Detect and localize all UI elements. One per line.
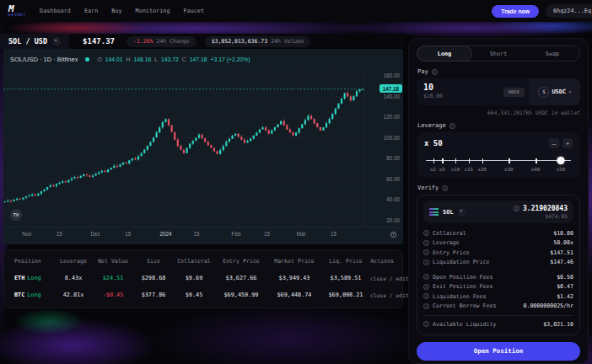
slider-mark-label: x10	[451, 167, 460, 172]
trade-now-button[interactable]: Trade now	[492, 5, 539, 18]
leverage-section-label: Leverage i	[417, 122, 580, 129]
close-label: C	[182, 56, 186, 62]
info-icon[interactable]: i	[423, 240, 429, 246]
pair-selector[interactable]: SOL / USD	[0, 34, 69, 49]
low-label: L	[154, 56, 158, 62]
nav-item-dashboard[interactable]: Dashboard	[40, 8, 71, 14]
verify-section-label: Verify i	[417, 185, 580, 191]
row-collateral: $9.69	[173, 275, 215, 281]
logo-devnet-label: DEVNET	[8, 13, 26, 18]
nav-item-buy[interactable]: Buy	[111, 8, 121, 14]
price-tick: 160.00	[384, 72, 400, 78]
close-value: 147.18	[190, 56, 207, 62]
position-side: Long	[27, 275, 40, 281]
row-leverage: 8.43x	[55, 275, 92, 281]
row-actions[interactable]: close / edit	[370, 276, 411, 281]
pair-name: SOL / USD	[8, 37, 47, 46]
slider-mark-labels: x2x5x10x15x20x30x40x50	[424, 167, 573, 174]
detail-collateral: iCollateral $10.00	[423, 228, 573, 238]
leverage-plus-button[interactable]: +	[562, 138, 573, 148]
price-tick: 100.00	[384, 135, 400, 141]
detail-leverage: iLeverage 50.00x	[423, 238, 573, 249]
nav-item-earn[interactable]: Earn	[84, 8, 98, 14]
order-type-tabs: Long Short Swap	[417, 46, 580, 62]
tab-short[interactable]: Short	[471, 46, 525, 61]
row-liq-price: $69,098.21	[321, 292, 370, 298]
open-position-button[interactable]: Open Position	[417, 342, 580, 361]
time-tick: 15	[193, 231, 199, 237]
high-value: 148.16	[133, 56, 151, 62]
price-axis[interactable]: 160.00140.00120.00100.0080.0060.0040.002…	[364, 71, 403, 226]
leverage-value[interactable]: x 50	[424, 139, 443, 147]
price-chart-panel: SOL/USD · 1D · Bitfinex O144.01 H148.16 …	[3, 49, 403, 244]
row-actions[interactable]: close / edit	[370, 292, 411, 298]
asset-name: ETH	[14, 275, 24, 281]
slider-mark-label: x20	[477, 167, 486, 172]
time-tick: 15	[57, 231, 62, 237]
wallet-address-button[interactable]: 6hqz24...Eq	[546, 4, 592, 18]
volume-24h-badge: $3,052,013,636.73 24h Volume	[205, 36, 311, 47]
info-icon[interactable]: i	[423, 260, 429, 265]
time-tick: 15	[125, 231, 131, 237]
info-icon[interactable]: i	[423, 230, 429, 236]
info-icon[interactable]: i	[423, 303, 429, 309]
col-actions: Actions	[370, 258, 396, 265]
candlestick-chart	[3, 71, 364, 226]
app-logo[interactable]: M DEVNET	[8, 4, 26, 18]
detail-liquidation-price: iLiquidation Price $147.46	[423, 258, 573, 268]
current-price-tag: 147.18	[379, 84, 402, 93]
chart-symbol-title[interactable]: SOL/USD · 1D · Bitfinex	[10, 56, 78, 63]
asset-name: BTC	[14, 292, 24, 298]
time-tick: Nov	[22, 231, 31, 237]
info-icon[interactable]: i	[423, 249, 429, 255]
leverage-slider[interactable]	[424, 156, 573, 164]
info-icon[interactable]: i	[423, 274, 429, 280]
row-net-value: -$0.45	[92, 292, 134, 298]
nav-item-monitoring[interactable]: Monitoring	[136, 8, 170, 14]
row-market-price: $69,448.74	[267, 292, 321, 298]
candlestick-plot[interactable]: TV	[3, 71, 364, 226]
max-button[interactable]: MAX	[503, 88, 525, 97]
leverage-minus-button[interactable]: –	[549, 138, 559, 148]
price-tick: 40.00	[386, 196, 400, 202]
tab-swap[interactable]: Swap	[525, 46, 579, 61]
position-row-btc: BTCLong 42.81x -$0.45 $377.86 $9.45 $69,…	[11, 286, 396, 303]
info-icon[interactable]: i	[423, 321, 429, 327]
tradingview-logo[interactable]: TV	[10, 209, 22, 221]
fee-exit-position: iExit Position Fees $0.47	[423, 282, 573, 292]
solana-logo-icon	[429, 208, 439, 215]
clock-icon[interactable]	[390, 232, 396, 238]
trade-panel: Long Short Swap Pay i 10 $10.00 MAX $ US…	[408, 38, 589, 364]
pay-token-selector[interactable]: $ USDC ▾	[530, 78, 580, 105]
chevron-down-icon[interactable]	[458, 208, 466, 217]
row-collateral: $9.45	[173, 292, 215, 298]
wallet-balance-text: 664,332.281785 USDC in wallet	[417, 110, 580, 115]
chart-header: SOL/USD · 1D · Bitfinex O144.01 H148.16 …	[3, 49, 403, 69]
info-icon[interactable]: i	[432, 69, 438, 75]
change-24h-value: -1.26%	[133, 38, 153, 45]
open-value: 144.01	[105, 56, 123, 62]
detail-entry-price: iEntry Price $147.51	[423, 248, 573, 258]
available-liquidity-row: iAvailable Liquidity $3,021.10	[423, 319, 573, 329]
positions-header-row: Position Leverage Net Value Size Collate…	[11, 253, 396, 270]
fee-liquidation: iLiquidation Fees $1.42	[423, 292, 573, 302]
slider-mark-label: x40	[531, 167, 540, 172]
row-size: $298.68	[134, 275, 173, 281]
slider-mark-label: x30	[504, 167, 513, 172]
pay-usd-value: $10.00	[423, 93, 503, 99]
usdc-coin-icon: $	[538, 87, 549, 98]
nav-item-faucet[interactable]: Faucet	[183, 8, 204, 14]
info-icon[interactable]: i	[449, 123, 455, 129]
pay-amount-input[interactable]: 10	[423, 83, 503, 92]
info-icon[interactable]: i	[514, 206, 519, 211]
row-liq-price: $3,589.51	[321, 275, 370, 281]
info-icon[interactable]: i	[423, 293, 429, 299]
info-icon[interactable]: i	[442, 185, 448, 191]
info-icon[interactable]: i	[423, 284, 429, 290]
ohlc-readout: O144.01 H148.16 L143.72 C147.18 +3.17 (+…	[97, 56, 250, 62]
tab-long[interactable]: Long	[417, 46, 472, 62]
pair-price: $147.37	[83, 37, 115, 46]
time-axis[interactable]: Nov15Dec15202415Feb15Mar15	[3, 227, 403, 242]
col-position: Position	[11, 258, 55, 265]
slider-tick	[442, 158, 444, 163]
